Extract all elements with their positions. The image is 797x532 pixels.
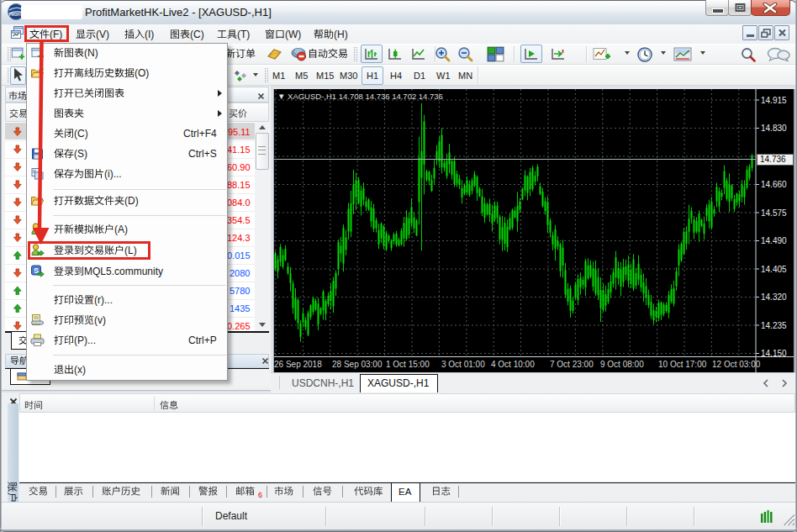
svg-text:(C): (C) (74, 128, 88, 140)
svg-text:1 Oct 15:00: 1 Oct 15:00 (386, 360, 430, 369)
svg-text:14.830: 14.830 (761, 124, 787, 133)
svg-text:2080: 2080 (230, 268, 250, 278)
svg-text:(C): (C) (190, 29, 204, 40)
svg-text:D1: D1 (414, 71, 425, 81)
svg-text:M5: M5 (295, 71, 308, 81)
svg-text:(S): (S) (74, 148, 87, 160)
svg-text:(x): (x) (74, 364, 86, 376)
svg-text:(I): (I) (145, 29, 154, 40)
svg-text:(P)...: (P)... (74, 334, 96, 346)
svg-text:M15: M15 (316, 71, 334, 81)
svg-text:1435: 1435 (230, 303, 250, 313)
svg-text:Ctrl+P: Ctrl+P (188, 334, 217, 346)
svg-text:14.915: 14.915 (761, 96, 787, 105)
svg-text:26 Sep 2018: 26 Sep 2018 (274, 360, 322, 369)
svg-text:USDCNH-,H1: USDCNH-,H1 (292, 377, 354, 389)
svg-text:9 Oct 08:00: 9 Oct 08:00 (600, 360, 644, 369)
svg-text:(A): (A) (114, 224, 128, 235)
svg-text:7 Oct 23:00: 7 Oct 23:00 (550, 360, 594, 369)
svg-text:H4: H4 (390, 71, 402, 81)
svg-text:▼ XAGUSD-,H1 14.708 14.736 14.: ▼ XAGUSD-,H1 14.708 14.736 14.702 14.736 (277, 92, 443, 101)
svg-text:14.405: 14.405 (761, 265, 787, 274)
svg-text:(W): (W) (285, 29, 301, 40)
svg-text:(v): (v) (94, 314, 106, 326)
svg-text:(r)...: (r)... (94, 294, 113, 306)
svg-text:14.235: 14.235 (761, 321, 787, 330)
svg-text:Ctrl+F4: Ctrl+F4 (183, 128, 217, 140)
svg-text:W1: W1 (436, 71, 451, 81)
svg-text:M30: M30 (340, 71, 357, 81)
svg-text:(N): (N) (84, 47, 98, 59)
svg-text:4 Oct 10:00: 4 Oct 10:00 (491, 360, 535, 369)
svg-text:14.320: 14.320 (761, 292, 787, 302)
svg-text:12 Oct 03:00: 12 Oct 03:00 (712, 360, 761, 369)
svg-text:MQL5.community: MQL5.community (84, 266, 163, 277)
svg-text:XAGUSD-,H1: XAGUSD-,H1 (367, 377, 430, 389)
svg-text:14.660: 14.660 (761, 180, 787, 189)
svg-text:28 Sep 03:00: 28 Sep 03:00 (332, 360, 383, 369)
svg-text:EA: EA (398, 487, 412, 497)
svg-text:(D): (D) (124, 195, 139, 207)
svg-text:14.575: 14.575 (761, 208, 787, 218)
svg-text:(H): (H) (334, 29, 348, 40)
svg-text:10 Oct 17:00: 10 Oct 17:00 (658, 360, 707, 369)
svg-text:6: 6 (258, 491, 262, 499)
svg-text:MN: MN (458, 71, 472, 81)
svg-text:(T): (T) (237, 29, 250, 40)
svg-text:(O): (O) (135, 67, 149, 79)
svg-text:M1: M1 (272, 71, 285, 81)
svg-text:H1: H1 (367, 71, 378, 81)
svg-text:14.150: 14.150 (761, 349, 787, 358)
svg-text:14.490: 14.490 (761, 236, 787, 245)
svg-text:ProfitMarketHK-Live2 - [XAGUSD: ProfitMarketHK-Live2 - [XAGUSD-,H1] (85, 6, 272, 18)
svg-text:Default: Default (215, 510, 248, 522)
svg-text:(V): (V) (96, 29, 109, 40)
svg-text:(i)...: (i)... (104, 168, 122, 180)
svg-text:3 Oct 01:00: 3 Oct 01:00 (441, 360, 485, 369)
svg-text:5780: 5780 (230, 286, 250, 296)
svg-text:14.736: 14.736 (760, 155, 786, 164)
svg-text:Ctrl+S: Ctrl+S (188, 148, 217, 160)
